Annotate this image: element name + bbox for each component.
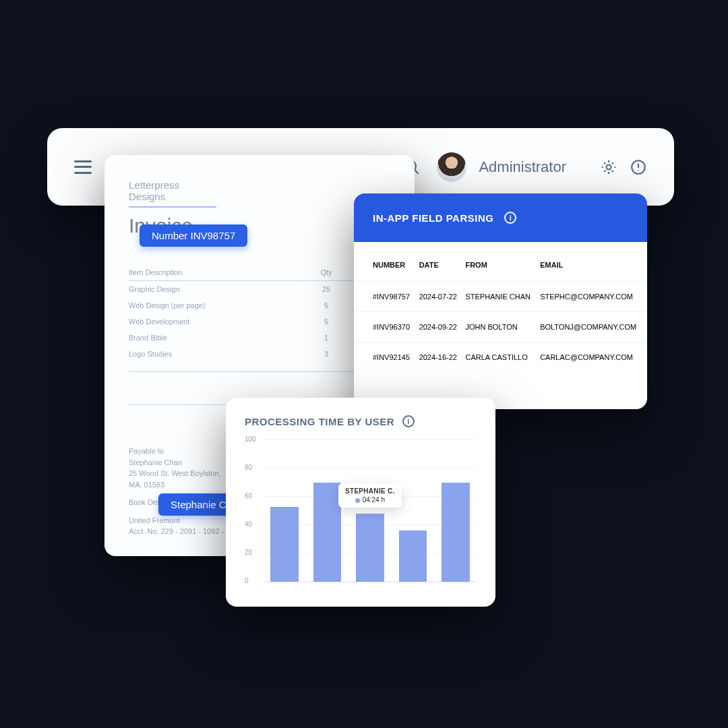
col-description: Item Description — [129, 264, 309, 281]
cell-qty: 5 — [309, 297, 343, 313]
table-row: Logo Studies3$ 30.00 — [129, 346, 390, 362]
gear-icon[interactable] — [600, 158, 617, 176]
y-tick-label: 40 — [245, 520, 252, 528]
cell-date: 2024-09-22 — [419, 312, 466, 342]
user-role-label: Administrator — [479, 158, 566, 176]
alert-icon[interactable] — [630, 158, 647, 176]
table-row: Web Development5$ 50.00 — [129, 313, 390, 330]
table-row: Web Design (per page)5$ 25.00 — [129, 297, 390, 313]
y-tick-label: 100 — [245, 435, 256, 443]
cell-from: JOHN BOLTON — [465, 312, 540, 342]
table-row: #INV921452024-16-22CARLA CASTILLOCARLAC@… — [354, 342, 647, 373]
cell-qty: 3 — [309, 346, 343, 362]
cell-email: CARLAC@COMPANY.COM — [540, 342, 647, 373]
table-row: Graphic Design25$ 20.00 — [129, 281, 390, 298]
cell-qty: 1 — [309, 330, 343, 346]
y-tick-label: 80 — [245, 464, 252, 471]
col-email: EMAIL — [540, 242, 647, 282]
col-from: FROM — [465, 242, 540, 282]
col-qty: Qty — [309, 264, 343, 281]
col-date: DATE — [419, 242, 466, 282]
y-tick-label: 0 — [245, 577, 249, 584]
cell-desc: Web Design (per page) — [129, 297, 309, 313]
info-icon[interactable]: i — [402, 415, 415, 427]
y-tick-label: 60 — [245, 492, 252, 499]
svg-point-2 — [607, 164, 611, 169]
svg-line-1 — [415, 169, 419, 173]
vendor-name: Letterpress Designs — [129, 179, 216, 208]
bar[interactable] — [399, 530, 427, 582]
cell-from: CARLA CASTILLO — [465, 342, 540, 373]
invoice-line-items: Item Description Qty Price Graphic Desig… — [129, 264, 390, 362]
tooltip-name: STEPHANIE C. — [345, 487, 395, 495]
cell-number: #INV98757 — [354, 282, 419, 312]
parsing-title: IN-APP FIELD PARSING — [373, 212, 493, 224]
chart-title: PROCESSING TIME BY USER — [245, 416, 394, 427]
table-row: #INV987572024-07-22STEPHANIE CHANSTEPHC@… — [354, 282, 647, 312]
table-row: #INV963702024-09-22JOHN BOLTONBOLTONJ@CO… — [354, 312, 647, 342]
cell-desc: Brand Bible — [129, 330, 309, 346]
cell-number: #INV92145 — [354, 342, 419, 373]
processing-time-chart-card: PROCESSING TIME BY USER i 020406080100 S… — [226, 398, 495, 607]
cell-email: BOLTONJ@COMPANY.COM — [540, 312, 647, 342]
chart-tooltip: STEPHANIE C. 04:24 h — [338, 483, 402, 508]
col-number: NUMBER — [354, 242, 419, 282]
cell-qty: 5 — [309, 313, 343, 330]
info-icon[interactable]: i — [504, 212, 516, 224]
cell-from: STEPHANIE CHAN — [465, 282, 540, 312]
bar-chart: 020406080100 STEPHANIE C. 04:24 h — [264, 441, 477, 582]
cell-date: 2024-07-22 — [419, 282, 466, 312]
bar[interactable] — [442, 483, 470, 582]
y-tick-label: 20 — [245, 549, 252, 556]
cell-number: #INV96370 — [354, 312, 419, 342]
tooltip-value: 04:24 h — [363, 496, 385, 504]
table-row: Brand Bible1$ 30.00 — [129, 330, 390, 346]
cell-email: STEPHC@COMPANY.COM — [540, 282, 647, 312]
cell-desc: Logo Studies — [129, 346, 309, 362]
menu-icon[interactable] — [74, 160, 92, 174]
svg-point-5 — [638, 170, 639, 171]
cell-desc: Web Development — [129, 313, 309, 330]
bar[interactable] — [313, 483, 342, 582]
bar[interactable] — [270, 507, 299, 582]
field-parsing-card: IN-APP FIELD PARSING i NUMBER DATE FROM … — [354, 193, 647, 409]
bar[interactable] — [356, 514, 384, 582]
avatar[interactable] — [437, 152, 466, 182]
cell-desc: Graphic Design — [129, 281, 309, 298]
cell-qty: 25 — [309, 281, 343, 298]
invoice-number-tag: Number INV98757 — [140, 224, 247, 247]
parsing-table: NUMBER DATE FROM EMAIL #INV987572024-07-… — [354, 242, 647, 372]
cell-date: 2024-16-22 — [419, 342, 466, 373]
legend-dot-icon — [355, 498, 360, 503]
